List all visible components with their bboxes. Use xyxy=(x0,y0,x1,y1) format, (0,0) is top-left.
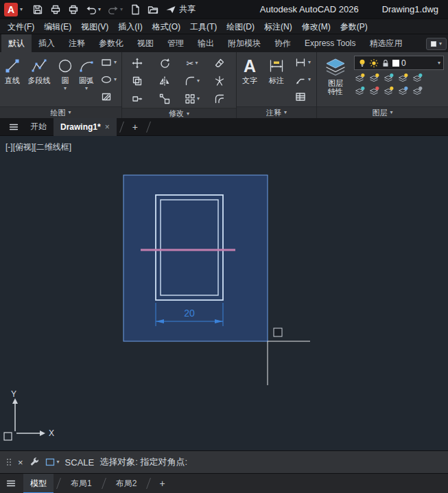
layer-off-button[interactable] xyxy=(354,73,365,84)
drawing-canvas[interactable]: [-][俯视][二维线框] 20 xyxy=(0,136,448,450)
layer-merge-button[interactable] xyxy=(383,86,394,97)
undo-button[interactable]: ▾ xyxy=(83,2,104,17)
menu-edit[interactable]: 编辑(E) xyxy=(39,19,76,34)
rotate-button[interactable] xyxy=(158,56,172,70)
arc-button[interactable]: 圆弧 ▾ xyxy=(75,54,97,105)
menu-insert[interactable]: 插入(I) xyxy=(113,19,147,34)
modify-panel-footer[interactable]: 修改 ▾ xyxy=(122,108,236,119)
hatch-button[interactable] xyxy=(99,89,119,105)
fillet-button[interactable]: ▾ xyxy=(183,74,201,88)
ribbon-display-toggle[interactable]: ▾ xyxy=(426,38,447,50)
ribbon-tab-insert[interactable]: 插入 xyxy=(32,34,62,52)
layer-walk-button[interactable] xyxy=(397,86,408,97)
chevron-down-icon[interactable]: ▾ xyxy=(85,86,88,91)
ribbon-tab-addins[interactable]: 附加模块 xyxy=(221,34,268,52)
command-input[interactable]: SCALE 选择对象: 指定对角点: xyxy=(65,456,187,468)
menu-format[interactable]: 格式(O) xyxy=(148,19,185,34)
polyline-button[interactable]: 多段线 xyxy=(23,54,55,105)
layer-lock-button[interactable] xyxy=(397,73,408,84)
ribbon-tab-featured-apps[interactable]: 精选应用 xyxy=(362,34,409,52)
viewport-controls[interactable]: [-][俯视][二维线框] xyxy=(5,141,71,153)
model-tab[interactable]: 模型 xyxy=(23,474,54,493)
linear-dimension-button[interactable]: ▾ xyxy=(293,54,313,71)
stretch-button[interactable] xyxy=(130,92,144,106)
dimension-button[interactable]: 标注 xyxy=(261,54,292,105)
polyline-label: 多段线 xyxy=(28,76,51,84)
layer-fade-button[interactable] xyxy=(412,86,423,97)
array-button[interactable]: ▾ xyxy=(183,92,201,106)
layer-properties-button[interactable]: 图层特性 xyxy=(318,54,353,105)
hamburger-icon xyxy=(5,478,16,489)
share-button[interactable]: 共享 xyxy=(163,2,198,17)
ribbon-tab-home[interactable]: 默认 xyxy=(1,34,32,52)
chevron-down-icon[interactable]: ▾ xyxy=(64,86,67,91)
app-menu-button[interactable]: A ▾ xyxy=(4,3,23,16)
new-file-button[interactable] xyxy=(127,2,143,17)
title-bar: A ▾ ▾ ▾ xyxy=(0,0,448,19)
circle-button[interactable]: 圆 ▾ xyxy=(55,54,75,105)
mirror-button[interactable] xyxy=(158,74,172,88)
menu-draw[interactable]: 绘图(D) xyxy=(222,19,259,34)
layer-delete-button[interactable] xyxy=(368,86,379,97)
ellipse-button[interactable]: ▾ xyxy=(99,71,119,88)
annotate-panel-footer[interactable]: 注释 ▾ xyxy=(237,106,316,118)
leader-button[interactable]: ▾ xyxy=(293,71,313,88)
menu-modify[interactable]: 修改(M) xyxy=(297,19,335,34)
ribbon-tab-manage[interactable]: 管理 xyxy=(161,34,191,52)
layer-freeze-button[interactable] xyxy=(383,73,394,84)
file-tab-menu-button[interactable] xyxy=(4,122,23,133)
plot-button[interactable] xyxy=(47,2,64,17)
offset-button[interactable] xyxy=(213,92,226,106)
rectangle-button[interactable]: ▾ xyxy=(99,54,119,71)
open-file-button[interactable] xyxy=(145,2,161,17)
ribbon-tab-annotate[interactable]: 注释 xyxy=(62,34,92,52)
table-button[interactable] xyxy=(293,89,313,105)
ribbon-tab-collaborate[interactable]: 协作 xyxy=(268,34,298,52)
menu-file[interactable]: 文件(F) xyxy=(3,19,39,34)
menu-view[interactable]: 视图(V) xyxy=(76,19,113,34)
menu-dimension[interactable]: 标注(N) xyxy=(259,19,297,34)
layout1-tab[interactable]: 布局1 xyxy=(64,474,99,493)
recent-commands-button[interactable]: ▾ xyxy=(45,457,60,467)
rectangle-icon xyxy=(101,57,112,68)
save-button[interactable] xyxy=(30,2,46,17)
chevron-down-icon[interactable]: ▾ xyxy=(120,7,123,12)
trim-button[interactable]: ✂▾ xyxy=(185,58,200,69)
explode-button[interactable] xyxy=(213,74,226,88)
start-tab[interactable]: 开始 xyxy=(23,118,54,136)
line-button[interactable]: 直线 xyxy=(1,54,23,105)
print-button[interactable] xyxy=(65,2,82,17)
scale-button[interactable] xyxy=(158,92,172,106)
layer-selector[interactable]: 0 ▾ xyxy=(354,56,444,70)
close-icon[interactable]: × xyxy=(105,122,110,132)
ribbon-tab-output[interactable]: 输出 xyxy=(191,34,221,52)
layer-unlock-icon[interactable] xyxy=(381,58,390,68)
new-drawing-button[interactable]: + xyxy=(127,122,143,133)
menu-parametric[interactable]: 参数(P) xyxy=(335,19,373,34)
layout2-tab[interactable]: 布局2 xyxy=(109,474,144,493)
drawing1-tab[interactable]: Drawing1* × xyxy=(54,118,117,136)
text-button[interactable]: A 文字 xyxy=(238,54,261,105)
drag-handle-icon[interactable] xyxy=(5,457,12,468)
ribbon-tab-express-tools[interactable]: Express Tools xyxy=(298,34,362,52)
layer-unisolate-button[interactable] xyxy=(354,86,365,97)
layer-thaw-sun-icon[interactable] xyxy=(369,58,379,68)
menu-tools[interactable]: 工具(T) xyxy=(185,19,222,34)
chevron-down-icon[interactable]: ▾ xyxy=(98,7,101,12)
ucs-icon[interactable]: Y X xyxy=(4,389,54,440)
redo-button[interactable]: ▾ xyxy=(105,2,126,17)
ribbon-tab-parametric[interactable]: 参数化 xyxy=(92,34,130,52)
layer-match-button[interactable] xyxy=(412,73,423,84)
new-layout-button[interactable]: + xyxy=(154,478,170,489)
erase-button[interactable] xyxy=(213,56,226,70)
layer-on-bulb-icon[interactable] xyxy=(357,58,367,68)
layer-panel-footer[interactable]: 图层 ▾ xyxy=(317,106,448,118)
layout-menu-button[interactable] xyxy=(5,478,16,489)
ribbon-tab-view[interactable]: 视图 xyxy=(130,34,161,52)
move-button[interactable] xyxy=(130,56,144,70)
layer-isolate-button[interactable] xyxy=(368,73,379,84)
close-icon[interactable]: × xyxy=(18,457,23,468)
draw-panel-footer[interactable]: 绘图 ▾ xyxy=(0,106,121,118)
wrench-icon[interactable] xyxy=(29,457,40,468)
copy-button[interactable] xyxy=(130,74,144,88)
